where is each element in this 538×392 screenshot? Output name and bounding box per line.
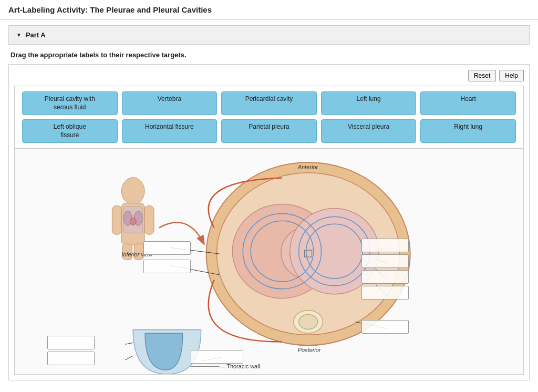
svg-line-37 <box>125 356 133 360</box>
svg-point-18 <box>299 315 318 329</box>
svg-point-0 <box>121 178 144 205</box>
svg-text:Anterior: Anterior <box>297 164 319 170</box>
drop-box-right-5[interactable] <box>361 320 409 334</box>
part-label: Part A <box>26 31 46 39</box>
svg-rect-5 <box>134 244 143 260</box>
svg-point-9 <box>130 218 136 225</box>
label-vertebra[interactable]: Vertebra <box>122 91 218 115</box>
svg-point-13 <box>232 204 332 298</box>
label-parietal-pleura[interactable]: Parietal pleura <box>221 119 317 143</box>
part-section: ▼ Part A Drag the appropriate labels to … <box>8 25 530 380</box>
svg-rect-1 <box>121 203 144 245</box>
svg-point-15 <box>290 238 327 271</box>
svg-rect-3 <box>144 206 154 235</box>
svg-rect-2 <box>112 206 121 235</box>
collapse-arrow-icon: ▼ <box>16 32 22 38</box>
drop-box-bottom-left-1[interactable] <box>47 336 95 349</box>
svg-point-23 <box>306 224 363 279</box>
svg-line-36 <box>125 343 133 345</box>
instruction-text: Drag the appropriate labels to their res… <box>8 51 530 59</box>
label-heart[interactable]: Heart <box>420 91 516 115</box>
svg-rect-6 <box>123 207 142 233</box>
svg-point-14 <box>281 227 336 280</box>
label-left-lung[interactable]: Left lung <box>321 91 417 115</box>
diagram-area: Inferior view <box>14 149 524 375</box>
toolbar: Reset Help <box>14 70 524 81</box>
svg-point-17 <box>294 311 323 334</box>
drop-box-bottom-left-2[interactable] <box>47 352 95 365</box>
svg-point-20 <box>243 214 321 289</box>
svg-point-21 <box>251 221 313 282</box>
labels-area: Pleural cavity withserous fluid Vertebra… <box>14 86 524 149</box>
svg-text:Posterior: Posterior <box>298 347 322 354</box>
label-left-oblique[interactable]: Left obliquefissure <box>22 119 118 143</box>
activity-container: Reset Help Pleural cavity withserous flu… <box>8 64 530 380</box>
page-title: Art-Labeling Activity: The Pleurae and P… <box>0 0 538 20</box>
svg-rect-4 <box>122 244 132 260</box>
svg-rect-19 <box>305 250 312 257</box>
help-button[interactable]: Help <box>499 70 524 81</box>
drop-box-right-2[interactable] <box>361 254 409 268</box>
label-pleural-cavity[interactable]: Pleural cavity withserous fluid <box>22 91 118 115</box>
label-horizontal-fissure[interactable]: Horizontal fissure <box>122 119 218 143</box>
svg-point-8 <box>134 211 142 226</box>
label-right-lung[interactable]: Right lung <box>420 119 516 143</box>
part-body: Drag the appropriate labels to their res… <box>8 45 530 380</box>
reset-button[interactable]: Reset <box>468 70 496 81</box>
svg-point-7 <box>123 211 132 226</box>
part-header[interactable]: ▼ Part A <box>8 25 530 45</box>
drop-box-left-1[interactable] <box>143 241 191 255</box>
label-pericardial-cavity[interactable]: Pericardial cavity <box>221 91 317 115</box>
label-visceral-pleura[interactable]: Visceral pleura <box>321 119 417 143</box>
svg-text:— Thoracic wall: — Thoracic wall <box>219 363 260 369</box>
drop-box-left-2[interactable] <box>143 260 191 273</box>
svg-point-22 <box>299 217 370 286</box>
drop-box-right-3[interactable] <box>361 270 409 284</box>
drop-box-right-4[interactable] <box>361 286 409 300</box>
drop-box-right-1[interactable] <box>361 239 409 252</box>
drop-box-bottom-mid[interactable] <box>191 350 243 364</box>
